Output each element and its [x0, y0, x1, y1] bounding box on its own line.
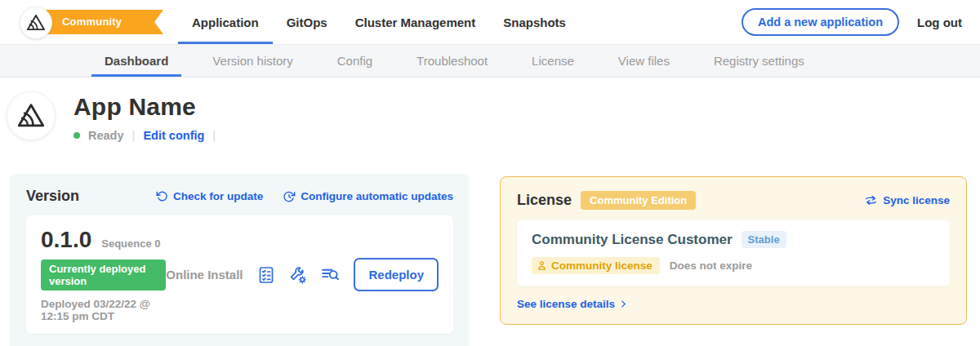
sync-license-link[interactable]: Sync license: [864, 194, 950, 206]
wrench-gear-icon: [288, 265, 308, 285]
license-type-row: Community license Does not expire: [532, 257, 935, 274]
status-dot: [74, 132, 80, 139]
license-details-panel: Community License Customer Stable Commun…: [517, 220, 950, 286]
tab-cluster-management-label: Cluster Management: [355, 16, 476, 29]
edit-config-wrench-icon[interactable]: [287, 264, 309, 286]
divider: |: [212, 128, 216, 142]
diff-magnifier-icon: [320, 264, 341, 285]
subtab-troubleshoot-label: Troubleshoot: [416, 54, 488, 68]
subtab-registry-settings[interactable]: Registry settings: [701, 45, 817, 77]
tab-cluster-management[interactable]: Cluster Management: [341, 0, 490, 44]
chevron-right-icon: [619, 299, 628, 308]
logout-button[interactable]: Log out: [917, 16, 962, 29]
check-for-update-link[interactable]: Check for update: [156, 190, 263, 202]
version-card-header: Version Check for update Configure autom…: [26, 188, 453, 205]
channel-badge: Stable: [742, 231, 786, 248]
version-actions: Online Install: [166, 258, 439, 291]
add-new-application-button[interactable]: Add a new application: [742, 8, 899, 36]
dashboard-cards: Version Check for update Configure autom…: [0, 167, 980, 346]
sync-arrows-icon: [864, 194, 878, 206]
check-for-update-label: Check for update: [173, 190, 263, 202]
subtab-registry-settings-label: Registry settings: [714, 54, 804, 68]
replicated-logo-icon: [25, 12, 47, 33]
checklist-icon: [256, 265, 276, 285]
subtab-config-label: Config: [337, 54, 372, 68]
brand-area: Community Edition: [0, 0, 163, 44]
version-info: 0.1.0 Sequence 0 Currently deployed vers…: [41, 227, 166, 322]
install-type-label: Online Install: [166, 268, 243, 282]
sync-license-label: Sync license: [883, 194, 950, 206]
version-number-row: 0.1.0 Sequence 0: [41, 227, 166, 253]
expiration-text: Does not expire: [670, 260, 752, 272]
deployed-timestamp: Deployed 03/22/22 @ 12:15 pm CDT: [41, 298, 166, 322]
tab-application-label: Application: [192, 16, 259, 29]
app-logo-icon: [16, 100, 47, 131]
license-type-badge: Community license: [532, 257, 660, 274]
topnav-right: Add a new application Log out: [742, 0, 980, 44]
license-card-title: License: [517, 192, 572, 209]
tab-snapshots[interactable]: Snapshots: [489, 0, 580, 44]
tab-gitops[interactable]: GitOps: [273, 0, 341, 44]
replicated-logo-badge[interactable]: [20, 7, 52, 39]
preflight-checklist-icon[interactable]: [256, 264, 277, 286]
status-text: Ready: [88, 129, 124, 142]
version-card: Version Check for update Configure autom…: [10, 174, 470, 346]
primary-tabs: Application GitOps Cluster Management Sn…: [178, 0, 580, 44]
license-card-header: License Community Edition Sync license: [517, 191, 950, 210]
subtab-view-files-label: View files: [618, 54, 670, 68]
license-type-label: Community license: [551, 260, 653, 272]
tab-gitops-label: GitOps: [287, 16, 327, 29]
app-header: App Name Ready | Edit config |: [0, 78, 980, 167]
see-license-details-label: See license details: [517, 298, 615, 310]
subtab-version-history-label: Version history: [212, 54, 292, 68]
subtab-view-files[interactable]: View files: [605, 45, 683, 77]
refresh-icon: [156, 190, 168, 202]
view-diff-icon[interactable]: [319, 264, 341, 286]
app-head-text: App Name Ready | Edit config |: [74, 91, 216, 142]
version-number: 0.1.0: [41, 227, 91, 253]
edit-config-link[interactable]: Edit config: [143, 129, 204, 142]
configure-automatic-updates-link[interactable]: Configure automatic updates: [283, 190, 453, 203]
subtab-config[interactable]: Config: [324, 45, 385, 77]
community-edition-ribbon: Community Edition: [33, 10, 163, 34]
subtab-license-label: License: [532, 54, 574, 68]
customer-name: Community License Customer: [532, 232, 733, 248]
see-license-details-link[interactable]: See license details: [517, 298, 628, 310]
subtab-troubleshoot[interactable]: Troubleshoot: [403, 45, 501, 77]
tab-snapshots-label: Snapshots: [503, 16, 566, 29]
version-card-title: Version: [26, 188, 79, 205]
app-sub-navbar: Dashboard Version history Config Trouble…: [0, 45, 980, 78]
subtab-dashboard-label: Dashboard: [105, 54, 168, 68]
page-title: App Name: [74, 93, 216, 121]
person-icon: [537, 260, 547, 271]
divider: |: [132, 128, 136, 142]
currently-deployed-badge: Currently deployed version: [41, 260, 166, 291]
clock-refresh-icon: [283, 190, 296, 203]
customer-row: Community License Customer Stable: [532, 231, 935, 248]
sequence-label: Sequence 0: [101, 237, 160, 250]
version-card-actions: Check for update Configure automatic upd…: [156, 190, 453, 203]
configure-automatic-updates-label: Configure automatic updates: [301, 190, 453, 202]
app-avatar: [7, 91, 56, 140]
tab-application[interactable]: Application: [178, 0, 273, 44]
top-navbar: Community Edition Application GitOps Clu…: [0, 0, 980, 45]
community-edition-badge: Community Edition: [581, 191, 696, 210]
current-version-panel: 0.1.0 Sequence 0 Currently deployed vers…: [26, 215, 453, 334]
app-status-row: Ready | Edit config |: [74, 128, 216, 142]
subtab-license[interactable]: License: [519, 45, 587, 77]
license-card: License Community Edition Sync license C…: [500, 176, 967, 325]
subtab-version-history[interactable]: Version history: [199, 45, 305, 77]
subtab-dashboard[interactable]: Dashboard: [91, 45, 181, 77]
redeploy-button[interactable]: Redeploy: [354, 258, 439, 291]
license-card-actions: Sync license: [864, 194, 950, 206]
